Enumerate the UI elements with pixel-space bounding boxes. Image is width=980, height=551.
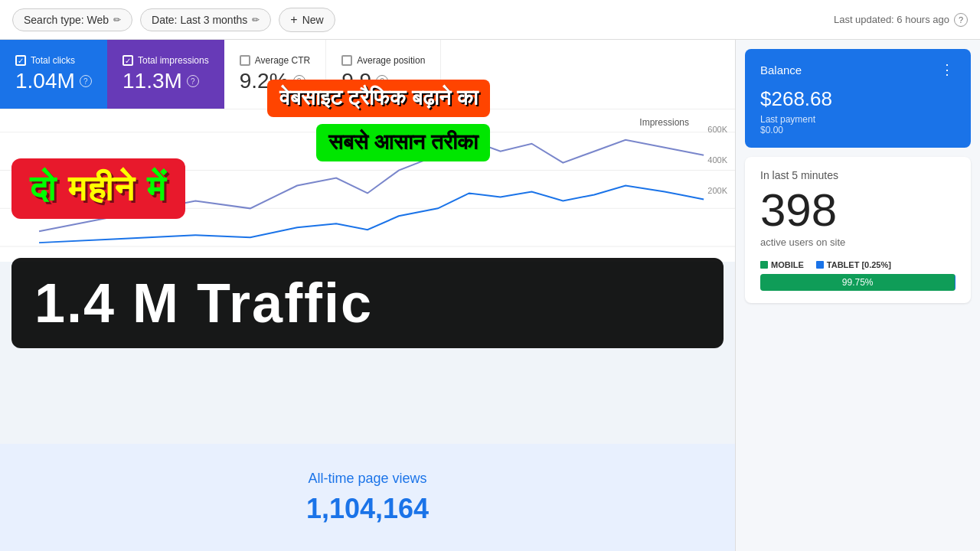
balance-amount: $268.68: [760, 87, 956, 111]
new-button[interactable]: + New: [279, 8, 335, 32]
chart-impressions-label: Impressions: [639, 117, 689, 128]
metrics-row: ✓ Total clicks 1.04M ? ✓ Total impressio…: [0, 40, 735, 109]
average-ctr-label: Average CTR: [255, 55, 310, 66]
left-panel: ✓ Total clicks 1.04M ? ✓ Total impressio…: [0, 40, 735, 551]
search-type-button[interactable]: Search type: Web ✏: [12, 8, 132, 31]
average-position-checkbox[interactable]: Average position: [341, 55, 425, 66]
toolbar: Search type: Web ✏ Date: Last 3 months ✏…: [0, 0, 980, 40]
total-clicks-checkbox[interactable]: ✓ Total clicks: [15, 55, 92, 66]
checkbox-ctr-icon: [240, 55, 250, 66]
mobile-legend-dot: [760, 261, 768, 269]
realtime-count: 398: [760, 187, 956, 233]
search-type-label: Search type: Web: [24, 14, 109, 26]
chart-y-600k: 600K: [707, 125, 727, 134]
average-ctr-value: 9.2%: [240, 69, 289, 93]
banner-traffic-text-big: 1.4 M Traffic: [34, 272, 701, 334]
right-panel: Balance ⋮ $268.68 Last payment $0.00 In …: [735, 40, 980, 551]
pageviews-value: 1,104,164: [306, 493, 429, 525]
new-label: New: [302, 14, 324, 26]
average-ctr-card: Average CTR 9.2% ?: [224, 40, 326, 109]
total-impressions-info-icon[interactable]: ?: [187, 75, 199, 87]
date-button[interactable]: Date: Last 3 months ✏: [140, 8, 271, 31]
last-payment-label: Last payment: [760, 114, 815, 125]
total-impressions-value: 11.3M: [122, 69, 182, 93]
balance-card: Balance ⋮ $268.68 Last payment $0.00: [745, 49, 971, 148]
mobile-progress-bar: 99.75%: [760, 274, 955, 291]
last-updated-container: Last updated: 6 hours ago ?: [834, 13, 968, 27]
tablet-legend-dot: [816, 261, 824, 269]
plus-icon: +: [290, 13, 297, 27]
last-payment-value: $0.00: [760, 125, 783, 135]
average-position-label: Average position: [357, 55, 425, 66]
tablet-legend-label: TABLET [0.25%]: [827, 260, 891, 269]
mobile-legend-label: MOBILE: [771, 260, 804, 269]
checkbox-impressions-icon: ✓: [122, 55, 133, 66]
checkbox-position-icon: [341, 55, 352, 66]
device-progress-bar: 99.75%: [760, 274, 956, 291]
pageviews-section: All-time page views 1,104,164: [0, 444, 735, 551]
tablet-progress-bar: [955, 274, 956, 291]
balance-last-payment: Last payment $0.00: [760, 114, 956, 135]
average-ctr-info-icon[interactable]: ?: [293, 75, 305, 87]
average-position-info-icon[interactable]: ?: [376, 75, 388, 87]
pageviews-label: All-time page views: [308, 471, 426, 487]
total-clicks-value: 1.04M: [15, 69, 75, 93]
balance-header: Balance ⋮: [760, 61, 956, 78]
checkbox-icon: ✓: [15, 55, 26, 66]
chart-y-200k: 200K: [707, 186, 727, 195]
mobile-percent-label: 99.75%: [842, 277, 874, 288]
date-label: Date: Last 3 months: [152, 14, 247, 26]
chart-y-labels: 600K 400K 200K: [707, 125, 727, 195]
total-clicks-label: Total clicks: [31, 55, 75, 66]
chart-svg: [0, 109, 735, 262]
total-impressions-card: ✓ Total impressions 11.3M ?: [107, 40, 224, 109]
help-icon[interactable]: ?: [954, 13, 968, 27]
balance-menu-button[interactable]: ⋮: [940, 61, 956, 78]
average-ctr-checkbox[interactable]: Average CTR: [240, 55, 310, 66]
mobile-legend-item: MOBILE: [760, 260, 804, 269]
edit-search-icon: ✏: [113, 15, 121, 25]
total-clicks-info-icon[interactable]: ?: [80, 75, 92, 87]
chart-area: Impressions 600K 400K 200K: [0, 109, 735, 262]
last-updated-text: Last updated: 6 hours ago: [834, 14, 949, 25]
total-impressions-checkbox[interactable]: ✓ Total impressions: [122, 55, 209, 66]
balance-title: Balance: [760, 64, 802, 77]
average-position-value: 9.9: [341, 69, 371, 93]
average-position-card: Average position 9.9 ?: [326, 40, 441, 109]
chart-y-400k: 400K: [707, 155, 727, 165]
realtime-card: In last 5 minutes 398 active users on si…: [745, 157, 971, 303]
banner-traffic-count: 1.4 M Traffic: [11, 258, 724, 348]
device-legend: MOBILE TABLET [0.25%]: [760, 260, 956, 269]
main-content: ✓ Total clicks 1.04M ? ✓ Total impressio…: [0, 40, 980, 551]
edit-date-icon: ✏: [252, 15, 260, 25]
total-impressions-label: Total impressions: [138, 55, 209, 66]
realtime-sublabel: active users on site: [760, 236, 956, 248]
realtime-period-label: In last 5 minutes: [760, 169, 956, 181]
total-clicks-card: ✓ Total clicks 1.04M ?: [0, 40, 107, 109]
tablet-legend-item: TABLET [0.25%]: [816, 260, 891, 269]
